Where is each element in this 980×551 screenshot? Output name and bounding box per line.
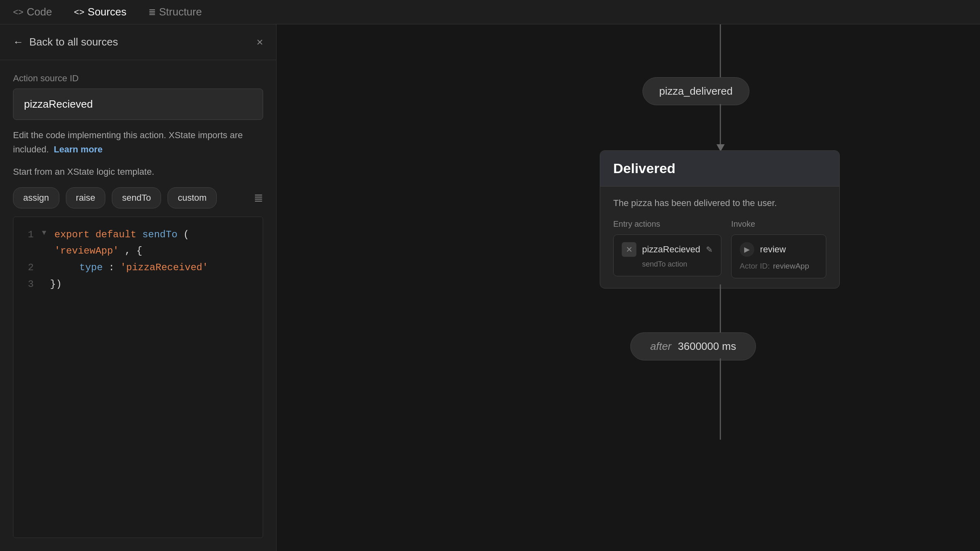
code-editor[interactable]: 1 ▼ export default sendTo ( 'reviewApp' … — [13, 217, 263, 538]
tab-structure-label: Structure — [159, 6, 202, 18]
back-to-sources-link[interactable]: ← Back to all sources — [13, 36, 118, 48]
invoke-detail: Actor ID: reviewApp — [740, 262, 818, 271]
tab-code[interactable]: <> Code — [8, 2, 57, 22]
back-arrow-icon: ← — [13, 36, 24, 48]
entry-actions-label: Entry actions — [613, 219, 721, 229]
invoke-top: ▶ review — [740, 242, 818, 257]
state-title: Delivered — [613, 161, 675, 176]
send-to-button[interactable]: sendTo — [112, 187, 161, 208]
invoke-section: Invoke ▶ review Actor ID: reviewApp — [731, 219, 826, 278]
after-value: 3600000 ms — [678, 340, 736, 353]
learn-more-link[interactable]: Learn more — [54, 144, 102, 154]
state-card-body: The pizza has been delivered to the user… — [600, 187, 839, 288]
state-card: Delivered The pizza has been delivered t… — [600, 150, 840, 289]
action-edit-icon[interactable]: ✎ — [706, 245, 713, 254]
back-label: Back to all sources — [29, 36, 118, 48]
action-card[interactable]: ✕ pizzaRecieved ✎ sendTo action — [613, 234, 721, 276]
code-icon: <> — [13, 7, 24, 17]
template-buttons: assign raise sendTo custom ≣ — [13, 187, 263, 208]
canvas-area[interactable]: pizza_delivered Delivered The pizza has … — [277, 24, 980, 551]
custom-button[interactable]: custom — [168, 187, 217, 208]
description-main: Edit the code implementing this action. … — [13, 130, 243, 154]
state-card-header: Delivered — [600, 151, 839, 187]
tab-sources[interactable]: <> Sources — [69, 2, 131, 22]
source-id-section: Action source ID — [13, 73, 263, 120]
code-line-3: 3 }) — [22, 276, 255, 293]
invoke-label: Invoke — [731, 219, 826, 229]
pizza-delivered-label: pizza_delivered — [659, 85, 733, 97]
invoke-card[interactable]: ▶ review Actor ID: reviewApp — [731, 234, 826, 278]
tab-bar: <> Code <> Sources ≣ Structure — [0, 0, 980, 24]
after-label: after — [650, 340, 671, 353]
right-panel: pizza_delivered Delivered The pizza has … — [277, 24, 980, 551]
template-text: Start from an XState logic template. — [13, 165, 263, 179]
left-panel: ← Back to all sources × Action source ID… — [0, 24, 277, 551]
pizza-delivered-node[interactable]: pizza_delivered — [642, 77, 749, 105]
entry-actions-section: Entry actions ✕ pizzaRecieved ✎ sendTo a… — [613, 219, 721, 278]
invoke-play-icon: ▶ — [740, 242, 754, 257]
code-line-2: 2 type : 'pizzaReceived' — [22, 260, 255, 276]
invoke-actor-id-value: reviewApp — [773, 262, 809, 271]
main-content: ← Back to all sources × Action source ID… — [0, 24, 980, 551]
after-pill[interactable]: after 3600000 ms — [630, 332, 756, 360]
raise-button[interactable]: raise — [66, 187, 106, 208]
mid-connector-line — [720, 104, 721, 148]
source-id-label: Action source ID — [13, 73, 263, 84]
code-line-1: 1 ▼ export default sendTo ( 'reviewApp' … — [22, 227, 255, 260]
back-bar: ← Back to all sources × — [0, 24, 276, 60]
top-connector-line — [720, 24, 721, 79]
action-card-top: ✕ pizzaRecieved ✎ — [622, 242, 713, 257]
bottom-connector-line — [720, 284, 721, 337]
state-sections: Entry actions ✕ pizzaRecieved ✎ sendTo a… — [613, 219, 826, 278]
invoke-name: review — [760, 244, 786, 255]
close-button[interactable]: × — [257, 37, 263, 48]
tab-structure[interactable]: ≣ Structure — [144, 2, 207, 22]
state-description: The pizza has been delivered to the user… — [613, 196, 826, 210]
action-name: pizzaRecieved — [642, 244, 700, 255]
assign-button[interactable]: assign — [13, 187, 59, 208]
panel-body: Action source ID Edit the code implement… — [0, 60, 276, 551]
invoke-actor-id-label: Actor ID: — [740, 262, 770, 271]
very-bottom-line — [720, 358, 721, 440]
list-view-icon[interactable]: ≣ — [254, 191, 263, 204]
source-id-input[interactable] — [13, 89, 263, 120]
tab-sources-label: Sources — [88, 6, 126, 18]
action-x-icon: ✕ — [622, 242, 636, 257]
structure-icon: ≣ — [148, 7, 156, 17]
tab-code-label: Code — [27, 6, 52, 18]
action-sub-label: sendTo action — [622, 260, 713, 269]
sources-icon: <> — [74, 7, 85, 17]
description-text: Edit the code implementing this action. … — [13, 128, 263, 156]
